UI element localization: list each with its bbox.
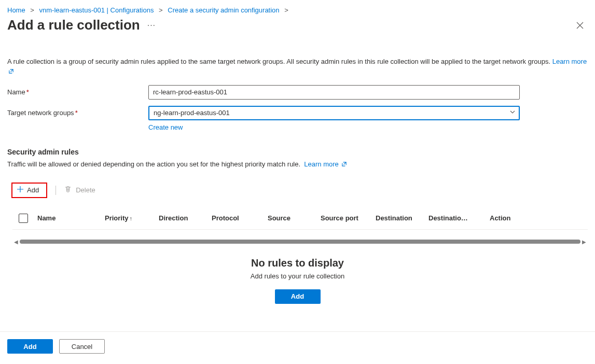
target-network-groups-value: ng-learn-prod-eastus-001 xyxy=(154,109,509,117)
table-header-protocol[interactable]: Protocol xyxy=(212,214,268,222)
table-header-name[interactable]: Name xyxy=(37,214,105,222)
table-header-source[interactable]: Source xyxy=(268,214,321,222)
learn-more-rules-link[interactable]: Learn more xyxy=(304,160,347,168)
footer-cancel-button[interactable]: Cancel xyxy=(59,339,105,354)
delete-rule-label: Delete xyxy=(76,186,95,194)
scroll-right-icon[interactable]: ▶ xyxy=(580,239,588,245)
empty-state: No rules to display Add rules to your ru… xyxy=(0,245,595,304)
trash-icon xyxy=(64,186,72,194)
create-new-link[interactable]: Create new xyxy=(148,123,183,131)
add-rule-button[interactable]: Add xyxy=(11,183,47,198)
description: A rule collection is a group of security… xyxy=(0,36,595,79)
form-row-name: Name* xyxy=(7,85,588,100)
page-title: Add a rule collection xyxy=(7,17,140,33)
name-label: Name* xyxy=(7,85,148,96)
table-header-action[interactable]: Action xyxy=(490,214,531,222)
table-header-direction[interactable]: Direction xyxy=(159,214,212,222)
select-all-checkbox[interactable] xyxy=(19,214,28,223)
plus-icon xyxy=(17,186,24,194)
table-header-row: Name Priority↑ Direction Protocol Source… xyxy=(12,214,588,230)
close-icon[interactable] xyxy=(574,20,586,31)
more-icon[interactable]: ··· xyxy=(147,21,156,30)
required-indicator: * xyxy=(26,88,29,96)
scrollbar-track[interactable] xyxy=(20,240,580,244)
toolbar-separator xyxy=(56,186,56,195)
description-text: A rule collection is a group of security… xyxy=(7,58,550,65)
rules-toolbar: Add Delete xyxy=(0,168,595,198)
target-network-groups-select[interactable]: ng-learn-prod-eastus-001 xyxy=(148,106,520,120)
chevron-right-icon: > xyxy=(30,6,34,14)
rules-table: Name Priority↑ Direction Protocol Source… xyxy=(12,214,588,230)
title-row: Add a rule collection ··· xyxy=(0,16,595,36)
chevron-right-icon: > xyxy=(284,6,288,14)
external-link-icon xyxy=(341,161,347,167)
table-header-priority[interactable]: Priority↑ xyxy=(105,214,159,222)
section-description: Traffic will be allowed or denied depend… xyxy=(0,158,595,168)
target-network-groups-label: Target network groups* xyxy=(7,106,148,117)
scroll-left-icon[interactable]: ◀ xyxy=(12,239,20,245)
table-header-checkbox-cell xyxy=(12,214,37,223)
breadcrumb-create-security-admin[interactable]: Create a security admin configuration xyxy=(168,6,279,14)
delete-rule-button[interactable]: Delete xyxy=(64,186,95,194)
breadcrumb-home[interactable]: Home xyxy=(7,6,25,14)
sort-ascending-icon: ↑ xyxy=(130,215,133,221)
external-link-icon xyxy=(8,68,14,74)
form-row-target: Target network groups* ng-learn-prod-eas… xyxy=(7,106,588,131)
footer: Add Cancel xyxy=(0,331,595,364)
breadcrumb: Home > vnm-learn-eastus-001 | Configurat… xyxy=(0,0,595,16)
table-header-source-port[interactable]: Source port xyxy=(321,214,376,222)
name-input[interactable] xyxy=(148,85,520,100)
empty-title: No rules to display xyxy=(0,257,595,269)
horizontal-scrollbar[interactable]: ◀ ▶ xyxy=(12,239,588,245)
table-header-destination-port[interactable]: Destinatio… xyxy=(428,214,490,222)
chevron-down-icon xyxy=(509,109,516,117)
add-rule-label: Add xyxy=(27,186,39,194)
footer-add-button[interactable]: Add xyxy=(7,339,53,354)
required-indicator: * xyxy=(75,109,78,117)
empty-subtitle: Add rules to your rule collection xyxy=(0,272,595,280)
form: Name* Target network groups* ng-learn-pr… xyxy=(0,79,595,131)
table-header-destination[interactable]: Destination xyxy=(376,214,428,222)
breadcrumb-configurations[interactable]: vnm-learn-eastus-001 | Configurations xyxy=(39,6,154,14)
chevron-right-icon: > xyxy=(159,6,163,14)
section-header-security-rules: Security admin rules xyxy=(0,137,595,158)
empty-add-button[interactable]: Add xyxy=(275,289,321,304)
